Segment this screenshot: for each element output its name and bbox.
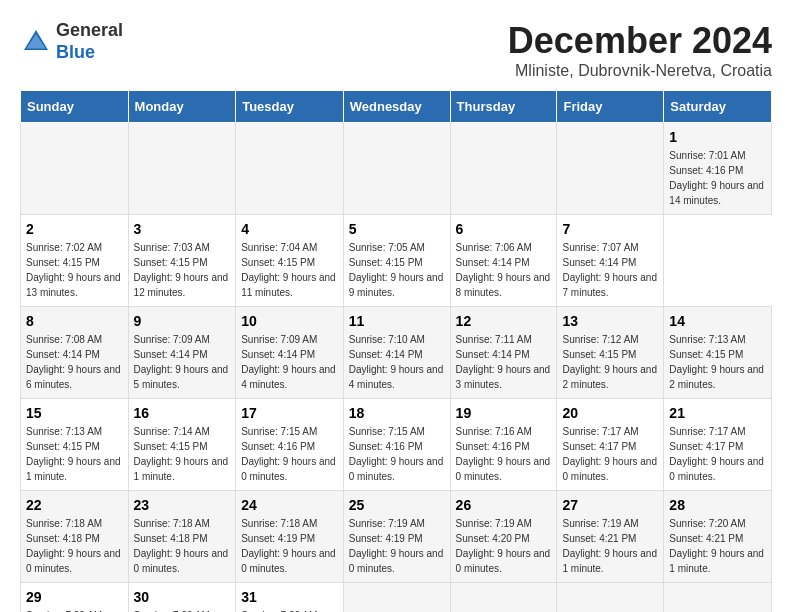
day-cell-4: 4Sunrise: 7:04 AMSunset: 4:15 PMDaylight… (236, 215, 344, 307)
empty-cell (236, 123, 344, 215)
day-cell-11: 11Sunrise: 7:10 AMSunset: 4:14 PMDayligh… (343, 307, 450, 399)
day-cell-20: 20Sunrise: 7:17 AMSunset: 4:17 PMDayligh… (557, 399, 664, 491)
day-cell-10: 10Sunrise: 7:09 AMSunset: 4:14 PMDayligh… (236, 307, 344, 399)
day-cell-29: 29Sunrise: 7:20 AMSunset: 4:22 PMDayligh… (21, 583, 129, 613)
day-cell-16: 16Sunrise: 7:14 AMSunset: 4:15 PMDayligh… (128, 399, 236, 491)
header-tuesday: Tuesday (236, 91, 344, 123)
day-cell-17: 17Sunrise: 7:15 AMSunset: 4:16 PMDayligh… (236, 399, 344, 491)
empty-cell (343, 583, 450, 613)
day-cell-19: 19Sunrise: 7:16 AMSunset: 4:16 PMDayligh… (450, 399, 557, 491)
logo-icon (20, 26, 52, 58)
empty-cell (664, 583, 772, 613)
calendar-table: SundayMondayTuesdayWednesdayThursdayFrid… (20, 90, 772, 612)
empty-cell (21, 123, 129, 215)
day-cell-8: 8Sunrise: 7:08 AMSunset: 4:14 PMDaylight… (21, 307, 129, 399)
calendar-week-5: 29Sunrise: 7:20 AMSunset: 4:22 PMDayligh… (21, 583, 772, 613)
day-cell-1: 1Sunrise: 7:01 AMSunset: 4:16 PMDaylight… (664, 123, 772, 215)
calendar-header: SundayMondayTuesdayWednesdayThursdayFrid… (21, 91, 772, 123)
day-cell-21: 21Sunrise: 7:17 AMSunset: 4:17 PMDayligh… (664, 399, 772, 491)
day-cell-13: 13Sunrise: 7:12 AMSunset: 4:15 PMDayligh… (557, 307, 664, 399)
day-cell-24: 24Sunrise: 7:18 AMSunset: 4:19 PMDayligh… (236, 491, 344, 583)
location: Mliniste, Dubrovnik-Neretva, Croatia (508, 62, 772, 80)
day-cell-9: 9Sunrise: 7:09 AMSunset: 4:14 PMDaylight… (128, 307, 236, 399)
calendar-week-1: 2Sunrise: 7:02 AMSunset: 4:15 PMDaylight… (21, 215, 772, 307)
day-cell-22: 22Sunrise: 7:18 AMSunset: 4:18 PMDayligh… (21, 491, 129, 583)
header-monday: Monday (128, 91, 236, 123)
day-cell-27: 27Sunrise: 7:19 AMSunset: 4:21 PMDayligh… (557, 491, 664, 583)
day-cell-31: 31Sunrise: 7:20 AMSunset: 4:24 PMDayligh… (236, 583, 344, 613)
header-saturday: Saturday (664, 91, 772, 123)
header-wednesday: Wednesday (343, 91, 450, 123)
day-cell-23: 23Sunrise: 7:18 AMSunset: 4:18 PMDayligh… (128, 491, 236, 583)
day-cell-18: 18Sunrise: 7:15 AMSunset: 4:16 PMDayligh… (343, 399, 450, 491)
month-title: December 2024 (508, 20, 772, 62)
empty-cell (450, 583, 557, 613)
day-cell-28: 28Sunrise: 7:20 AMSunset: 4:21 PMDayligh… (664, 491, 772, 583)
day-cell-30: 30Sunrise: 7:20 AMSunset: 4:23 PMDayligh… (128, 583, 236, 613)
empty-cell (557, 583, 664, 613)
empty-cell (343, 123, 450, 215)
logo: General Blue (20, 20, 123, 63)
day-cell-12: 12Sunrise: 7:11 AMSunset: 4:14 PMDayligh… (450, 307, 557, 399)
day-cell-14: 14Sunrise: 7:13 AMSunset: 4:15 PMDayligh… (664, 307, 772, 399)
page-header: General Blue December 2024 Mliniste, Dub… (20, 20, 772, 80)
day-cell-5: 5Sunrise: 7:05 AMSunset: 4:15 PMDaylight… (343, 215, 450, 307)
calendar-week-2: 8Sunrise: 7:08 AMSunset: 4:14 PMDaylight… (21, 307, 772, 399)
title-block: December 2024 Mliniste, Dubrovnik-Neretv… (508, 20, 772, 80)
header-thursday: Thursday (450, 91, 557, 123)
day-cell-25: 25Sunrise: 7:19 AMSunset: 4:19 PMDayligh… (343, 491, 450, 583)
calendar-week-0: 1Sunrise: 7:01 AMSunset: 4:16 PMDaylight… (21, 123, 772, 215)
day-cell-2: 2Sunrise: 7:02 AMSunset: 4:15 PMDaylight… (21, 215, 129, 307)
empty-cell (128, 123, 236, 215)
day-cell-3: 3Sunrise: 7:03 AMSunset: 4:15 PMDaylight… (128, 215, 236, 307)
header-sunday: Sunday (21, 91, 129, 123)
empty-cell (557, 123, 664, 215)
day-cell-7: 7Sunrise: 7:07 AMSunset: 4:14 PMDaylight… (557, 215, 664, 307)
day-cell-6: 6Sunrise: 7:06 AMSunset: 4:14 PMDaylight… (450, 215, 557, 307)
day-cell-15: 15Sunrise: 7:13 AMSunset: 4:15 PMDayligh… (21, 399, 129, 491)
empty-cell (450, 123, 557, 215)
day-cell-26: 26Sunrise: 7:19 AMSunset: 4:20 PMDayligh… (450, 491, 557, 583)
calendar-week-4: 22Sunrise: 7:18 AMSunset: 4:18 PMDayligh… (21, 491, 772, 583)
logo-text: General Blue (56, 20, 123, 63)
header-friday: Friday (557, 91, 664, 123)
calendar-week-3: 15Sunrise: 7:13 AMSunset: 4:15 PMDayligh… (21, 399, 772, 491)
